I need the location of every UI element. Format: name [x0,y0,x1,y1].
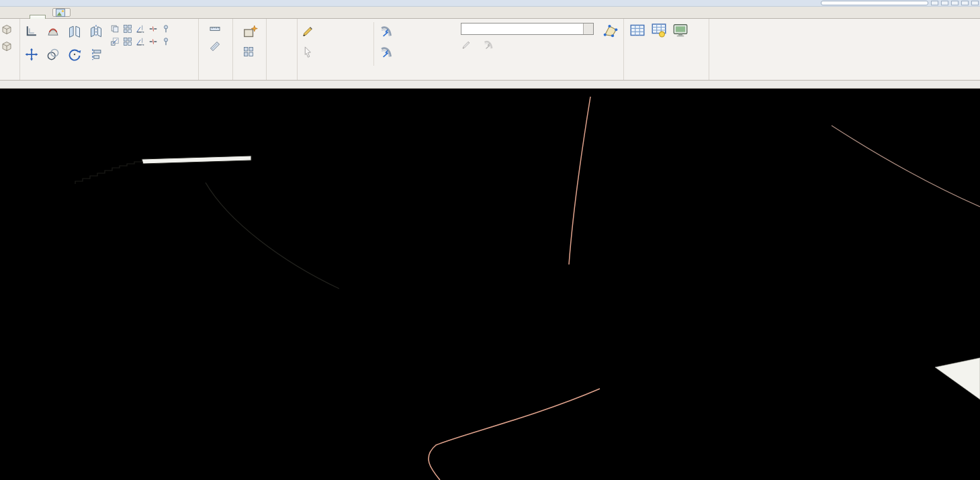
sketch-path-button[interactable] [301,25,368,38]
split-gap-button[interactable] [147,36,159,47]
trim-icon [136,37,145,46]
select-profile-1-button[interactable] [380,25,456,38]
titlebar-icon[interactable] [961,1,969,5]
create-group-button[interactable] [243,46,256,57]
ribbon [0,19,980,81]
move-button[interactable] [23,45,40,64]
select-profile-2-button[interactable] [380,46,456,59]
offset-button[interactable] [44,45,62,64]
load-profile-icon [483,40,494,50]
create-similar-button[interactable] [242,23,258,40]
array-radial-button[interactable] [122,36,133,47]
panel-display-toggle[interactable] [52,8,71,17]
tab-add-ins[interactable] [15,15,30,18]
titlebar-right-tools [821,1,979,5]
mirror-pick-axis-button[interactable] [66,21,83,40]
profile-dropdown[interactable] [461,23,594,35]
edit-profile-button[interactable] [461,40,475,50]
panel-label-create[interactable] [233,69,266,80]
titlebar-icon[interactable] [941,1,948,5]
panel-label-work-plane[interactable] [624,69,709,80]
rotate-icon [68,48,81,61]
titlebar [0,0,980,7]
split-icon [148,24,158,34]
cut-icon [46,24,60,38]
rotate-button[interactable] [66,45,83,64]
edit-vertices-button[interactable] [601,21,620,67]
panel-geometry-cropped [0,19,20,80]
titlebar-icon[interactable] [951,1,959,5]
3d-viewport[interactable] [0,89,980,480]
group-icon [243,46,254,57]
combo-arrow-button[interactable] [583,23,593,34]
array-icon [123,37,132,46]
ribbon-tabbar [0,7,980,19]
panel-label-mode[interactable] [267,69,297,80]
panel-label-measure[interactable] [199,69,232,80]
pin-button[interactable] [160,23,171,34]
panel-label-geometry[interactable] [0,69,19,80]
panel-mode [267,19,298,80]
options-bar [0,81,980,89]
cube-icon [1,41,12,52]
unpin-button[interactable] [160,36,171,47]
pin-icon [161,37,171,46]
trim-button[interactable] [134,23,146,34]
panel-modify [20,19,199,80]
tab-manage[interactable] [0,15,15,18]
cut-geometry-button[interactable] [44,21,62,40]
copy-icon [110,24,120,34]
viewer-monitor-icon [672,22,688,38]
offset-icon [46,48,60,61]
titlebar-icon[interactable] [971,1,979,5]
pencil-icon [301,25,314,38]
panel-label-swept-blend[interactable] [298,69,623,80]
geometry-tool-button[interactable] [1,24,19,35]
pin-icon [161,24,171,34]
ruler-icon [210,23,220,34]
measure-tool-button[interactable] [210,23,222,34]
mirror-icon [68,24,81,38]
pick-path-button[interactable] [301,46,368,59]
profile-icon [380,46,393,59]
cursor-icon [301,46,314,59]
work-plane-viewer-button[interactable] [671,21,690,67]
split-button[interactable] [147,23,159,34]
scale-icon [110,37,120,46]
align-icon [89,48,103,61]
copy-button[interactable] [109,23,120,34]
edit-vertices-icon [603,22,619,38]
align-button[interactable] [87,45,105,64]
work-plane-show-icon [651,22,667,38]
geometry-tool-button[interactable] [1,41,19,52]
titlebar-search-input[interactable] [821,1,928,5]
titlebar-icon[interactable] [931,1,938,5]
split-icon [148,37,158,46]
array-button[interactable] [122,23,133,34]
measure-between-button[interactable] [210,41,222,52]
panel-create [233,19,267,80]
cut-small-button[interactable] [173,23,184,34]
show-work-plane-button[interactable] [650,21,668,67]
revit-window [0,0,980,480]
trim-extend-button[interactable] [134,36,146,47]
panel-work-plane [624,19,709,80]
cope-button[interactable] [23,21,40,40]
load-profile-button[interactable] [483,40,497,50]
profile-icon [380,25,393,38]
scale-button[interactable] [109,36,120,47]
move-icon [25,48,38,61]
work-plane-grid-icon [629,22,645,38]
picture-icon [56,9,65,17]
delete-button[interactable] [173,36,184,47]
array-icon [123,24,132,34]
ruler-diagonal-icon [210,41,220,52]
mirror-axis-icon [89,24,103,38]
3d-scene [0,89,980,480]
panel-measure [199,19,233,80]
panel-label-modify[interactable] [20,69,198,80]
set-work-plane-button[interactable] [628,21,647,67]
mirror-draw-axis-button[interactable] [87,21,105,40]
panel-swept-blend [298,19,624,80]
panel-separator [373,22,374,66]
